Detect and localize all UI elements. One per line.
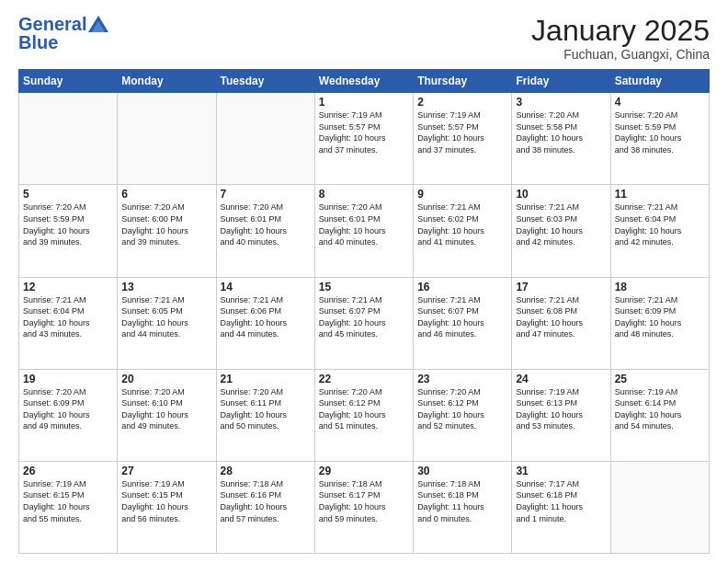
calendar-week-row: 26Sunrise: 7:19 AM Sunset: 6:15 PM Dayli… <box>19 461 710 553</box>
day-number: 22 <box>319 373 409 385</box>
day-number: 20 <box>121 373 211 385</box>
day-number: 18 <box>615 281 705 293</box>
day-info: Sunrise: 7:21 AM Sunset: 6:08 PM Dayligh… <box>516 294 606 340</box>
calendar-day-24: 24Sunrise: 7:19 AM Sunset: 6:13 PM Dayli… <box>512 369 610 461</box>
day-number: 19 <box>23 373 113 385</box>
day-info: Sunrise: 7:21 AM Sunset: 6:06 PM Dayligh… <box>221 294 311 340</box>
day-header-sunday: Sunday <box>19 70 118 93</box>
day-number: 2 <box>417 96 507 109</box>
day-info: Sunrise: 7:20 AM Sunset: 6:12 PM Dayligh… <box>319 386 409 432</box>
day-number: 11 <box>615 188 705 201</box>
calendar-day-21: 21Sunrise: 7:20 AM Sunset: 6:11 PM Dayli… <box>216 369 314 461</box>
day-info: Sunrise: 7:21 AM Sunset: 6:03 PM Dayligh… <box>516 201 606 247</box>
day-number: 23 <box>417 373 507 385</box>
day-info: Sunrise: 7:20 AM Sunset: 6:10 PM Dayligh… <box>121 386 211 432</box>
day-number: 30 <box>417 465 507 477</box>
day-info: Sunrise: 7:20 AM Sunset: 6:00 PM Dayligh… <box>121 201 211 247</box>
calendar-day-16: 16Sunrise: 7:21 AM Sunset: 6:07 PM Dayli… <box>414 277 512 369</box>
page: General Blue January 2025 Fuchuan, Guang… <box>0 0 728 563</box>
calendar-empty-cell <box>19 93 118 185</box>
calendar-day-13: 13Sunrise: 7:21 AM Sunset: 6:05 PM Dayli… <box>118 277 216 369</box>
calendar-day-5: 5Sunrise: 7:20 AM Sunset: 5:59 PM Daylig… <box>19 185 118 277</box>
day-info: Sunrise: 7:19 AM Sunset: 5:57 PM Dayligh… <box>319 109 409 155</box>
day-info: Sunrise: 7:20 AM Sunset: 6:01 PM Dayligh… <box>319 201 409 247</box>
calendar-day-15: 15Sunrise: 7:21 AM Sunset: 6:07 PM Dayli… <box>314 277 413 369</box>
calendar-day-18: 18Sunrise: 7:21 AM Sunset: 6:09 PM Dayli… <box>610 277 709 369</box>
day-number: 25 <box>615 373 705 385</box>
calendar-empty-cell <box>118 93 216 185</box>
calendar-day-3: 3Sunrise: 7:20 AM Sunset: 5:58 PM Daylig… <box>512 93 610 185</box>
calendar-day-25: 25Sunrise: 7:19 AM Sunset: 6:14 PM Dayli… <box>610 369 709 461</box>
calendar-day-26: 26Sunrise: 7:19 AM Sunset: 6:15 PM Dayli… <box>19 461 118 553</box>
day-number: 9 <box>417 188 507 201</box>
day-info: Sunrise: 7:21 AM Sunset: 6:09 PM Dayligh… <box>615 294 705 340</box>
day-number: 1 <box>319 96 409 109</box>
logo-blue-text: Blue <box>18 33 58 52</box>
calendar-day-28: 28Sunrise: 7:18 AM Sunset: 6:16 PM Dayli… <box>216 461 314 553</box>
day-number: 14 <box>221 281 311 293</box>
day-info: Sunrise: 7:20 AM Sunset: 5:58 PM Dayligh… <box>516 109 606 155</box>
day-number: 10 <box>516 188 606 201</box>
day-info: Sunrise: 7:19 AM Sunset: 6:15 PM Dayligh… <box>121 478 211 524</box>
calendar-day-31: 31Sunrise: 7:17 AM Sunset: 6:18 PM Dayli… <box>512 461 610 553</box>
day-info: Sunrise: 7:21 AM Sunset: 6:04 PM Dayligh… <box>615 201 705 247</box>
calendar-day-20: 20Sunrise: 7:20 AM Sunset: 6:10 PM Dayli… <box>118 369 216 461</box>
calendar-day-9: 9Sunrise: 7:21 AM Sunset: 6:02 PM Daylig… <box>414 185 512 277</box>
calendar-table: SundayMondayTuesdayWednesdayThursdayFrid… <box>18 69 710 554</box>
day-number: 29 <box>319 465 409 477</box>
calendar-week-row: 5Sunrise: 7:20 AM Sunset: 5:59 PM Daylig… <box>19 185 710 277</box>
calendar-day-4: 4Sunrise: 7:20 AM Sunset: 5:59 PM Daylig… <box>610 93 709 185</box>
day-header-thursday: Thursday <box>414 70 512 93</box>
day-info: Sunrise: 7:18 AM Sunset: 6:18 PM Dayligh… <box>417 478 507 524</box>
day-number: 21 <box>221 373 311 385</box>
day-number: 5 <box>23 188 113 201</box>
month-title: January 2025 <box>531 15 710 47</box>
day-info: Sunrise: 7:20 AM Sunset: 6:11 PM Dayligh… <box>221 386 311 432</box>
logo: General Blue <box>18 15 108 52</box>
calendar-empty-cell <box>216 93 314 185</box>
day-info: Sunrise: 7:20 AM Sunset: 5:59 PM Dayligh… <box>615 109 705 155</box>
calendar-day-11: 11Sunrise: 7:21 AM Sunset: 6:04 PM Dayli… <box>610 185 709 277</box>
title-area: January 2025 Fuchuan, Guangxi, China <box>531 15 710 62</box>
calendar-day-7: 7Sunrise: 7:20 AM Sunset: 6:01 PM Daylig… <box>216 185 314 277</box>
calendar-week-row: 12Sunrise: 7:21 AM Sunset: 6:04 PM Dayli… <box>19 277 710 369</box>
day-info: Sunrise: 7:21 AM Sunset: 6:04 PM Dayligh… <box>23 294 113 340</box>
calendar-day-1: 1Sunrise: 7:19 AM Sunset: 5:57 PM Daylig… <box>314 93 413 185</box>
calendar-empty-cell <box>610 461 709 553</box>
calendar-day-22: 22Sunrise: 7:20 AM Sunset: 6:12 PM Dayli… <box>314 369 413 461</box>
day-number: 16 <box>417 281 507 293</box>
day-number: 3 <box>516 96 606 109</box>
day-header-wednesday: Wednesday <box>314 70 413 93</box>
day-number: 4 <box>615 96 705 109</box>
day-number: 24 <box>516 373 606 385</box>
day-number: 13 <box>121 281 211 293</box>
day-info: Sunrise: 7:20 AM Sunset: 6:01 PM Dayligh… <box>221 201 311 247</box>
calendar-day-19: 19Sunrise: 7:20 AM Sunset: 6:09 PM Dayli… <box>19 369 118 461</box>
day-number: 7 <box>221 188 311 201</box>
day-number: 31 <box>516 465 606 477</box>
calendar-day-2: 2Sunrise: 7:19 AM Sunset: 5:57 PM Daylig… <box>414 93 512 185</box>
location-subtitle: Fuchuan, Guangxi, China <box>531 47 710 62</box>
calendar-day-8: 8Sunrise: 7:20 AM Sunset: 6:01 PM Daylig… <box>314 185 413 277</box>
day-info: Sunrise: 7:21 AM Sunset: 6:02 PM Dayligh… <box>417 201 507 247</box>
day-info: Sunrise: 7:19 AM Sunset: 5:57 PM Dayligh… <box>417 109 507 155</box>
calendar-day-12: 12Sunrise: 7:21 AM Sunset: 6:04 PM Dayli… <box>19 277 118 369</box>
day-info: Sunrise: 7:20 AM Sunset: 6:09 PM Dayligh… <box>23 386 113 432</box>
calendar-header-row: SundayMondayTuesdayWednesdayThursdayFrid… <box>19 70 710 93</box>
day-info: Sunrise: 7:17 AM Sunset: 6:18 PM Dayligh… <box>516 478 606 524</box>
calendar-day-6: 6Sunrise: 7:20 AM Sunset: 6:00 PM Daylig… <box>118 185 216 277</box>
calendar-day-17: 17Sunrise: 7:21 AM Sunset: 6:08 PM Dayli… <box>512 277 610 369</box>
day-number: 15 <box>319 281 409 293</box>
day-number: 6 <box>121 188 211 201</box>
day-info: Sunrise: 7:21 AM Sunset: 6:05 PM Dayligh… <box>121 294 211 340</box>
day-info: Sunrise: 7:18 AM Sunset: 6:16 PM Dayligh… <box>221 478 311 524</box>
day-info: Sunrise: 7:19 AM Sunset: 6:15 PM Dayligh… <box>23 478 113 524</box>
calendar-day-10: 10Sunrise: 7:21 AM Sunset: 6:03 PM Dayli… <box>512 185 610 277</box>
header: General Blue January 2025 Fuchuan, Guang… <box>18 15 710 62</box>
day-info: Sunrise: 7:21 AM Sunset: 6:07 PM Dayligh… <box>417 294 507 340</box>
day-info: Sunrise: 7:20 AM Sunset: 5:59 PM Dayligh… <box>23 201 113 247</box>
day-info: Sunrise: 7:19 AM Sunset: 6:14 PM Dayligh… <box>615 386 705 432</box>
calendar-day-29: 29Sunrise: 7:18 AM Sunset: 6:17 PM Dayli… <box>314 461 413 553</box>
day-header-tuesday: Tuesday <box>216 70 314 93</box>
day-number: 26 <box>23 465 113 477</box>
